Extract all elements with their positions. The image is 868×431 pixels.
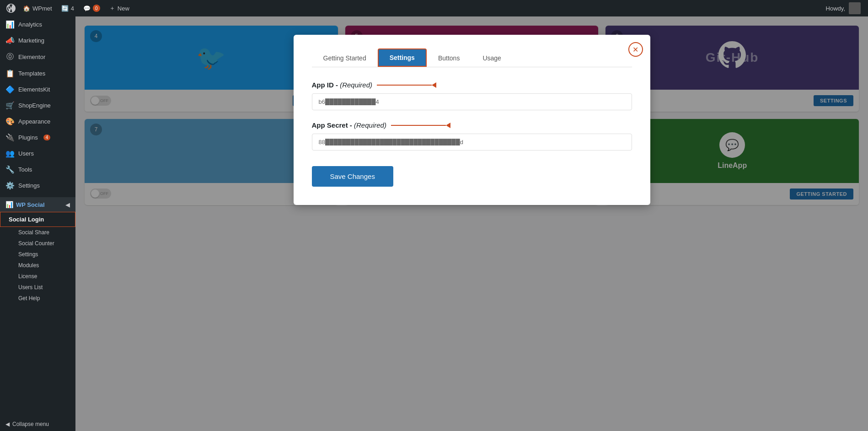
arrow-head-2 xyxy=(446,123,450,128)
plus-icon: ＋ xyxy=(109,4,115,12)
tab-getting-started[interactable]: Getting Started xyxy=(312,48,378,67)
sidebar-sub-social-share[interactable]: Social Share xyxy=(0,227,75,238)
sidebar-item-settings[interactable]: ⚙️ Settings xyxy=(0,178,75,194)
sidebar-item-analytics[interactable]: 📊 Analytics xyxy=(0,16,75,32)
modal-tabs: Getting Started Settings Buttons Usage xyxy=(312,48,632,67)
sidebar-item-templates[interactable]: 📋 Templates xyxy=(0,65,75,81)
appearance-icon: 🎨 xyxy=(5,117,15,126)
elementskit-icon: 🔷 xyxy=(5,85,15,94)
app-secret-arrow xyxy=(391,123,450,128)
modal-overlay: ✕ Getting Started Settings Buttons Usage… xyxy=(75,16,868,431)
tab-usage[interactable]: Usage xyxy=(471,48,512,67)
updates-icon: 🔄 xyxy=(61,5,69,12)
modal-close-button[interactable]: ✕ xyxy=(628,42,643,57)
app-secret-input[interactable] xyxy=(312,134,632,151)
wp-social-icon: 📊 xyxy=(5,201,13,208)
app-id-field-group: App ID - (Required) xyxy=(312,81,632,110)
templates-icon: 📋 xyxy=(5,69,15,78)
settings-modal: ✕ Getting Started Settings Buttons Usage… xyxy=(294,35,650,205)
arrow-head xyxy=(432,82,436,88)
sidebar: 📊 Analytics 📣 Marketing ⓪ Elementor 📋 Te… xyxy=(0,16,75,431)
collapse-icon: ◀ xyxy=(5,421,10,427)
main-content: 4 🐦 SETTINGS 5 🏀 xyxy=(75,16,868,431)
sidebar-sub-get-help[interactable]: Get Help xyxy=(0,293,75,304)
app-id-label: App ID - (Required) xyxy=(312,81,632,89)
sidebar-item-users[interactable]: 👥 Users xyxy=(0,145,75,162)
admin-bar-right: Howdy, xyxy=(826,2,864,14)
comments-item[interactable]: 💬 0 xyxy=(79,0,105,16)
arrow-line xyxy=(377,85,432,86)
sidebar-sub-users-list[interactable]: Users List xyxy=(0,282,75,293)
tools-icon: 🔧 xyxy=(5,165,15,174)
admin-bar: 🏠 WPmet 🔄 4 💬 0 ＋ New Howdy, xyxy=(0,0,868,16)
collapse-menu-button[interactable]: ◀ Collapse menu xyxy=(0,417,75,431)
avatar[interactable] xyxy=(849,2,861,14)
sidebar-sub-social-counter[interactable]: Social Counter xyxy=(0,238,75,249)
layout: 📊 Analytics 📣 Marketing ⓪ Elementor 📋 Te… xyxy=(0,16,868,431)
sidebar-sub-license[interactable]: License xyxy=(0,271,75,282)
new-item[interactable]: ＋ New xyxy=(105,0,134,16)
app-secret-field-group: App Secret - (Required) xyxy=(312,121,632,151)
sidebar-item-tools[interactable]: 🔧 Tools xyxy=(0,162,75,178)
shopengine-icon: 🛒 xyxy=(5,101,15,110)
sidebar-sub-modules[interactable]: Modules xyxy=(0,260,75,271)
chevron-left-icon: ◀ xyxy=(65,201,70,208)
sidebar-item-marketing[interactable]: 📣 Marketing xyxy=(0,32,75,48)
sidebar-item-social-login[interactable]: Social Login xyxy=(0,212,75,227)
app-id-input[interactable] xyxy=(312,93,632,110)
settings-icon: ⚙️ xyxy=(5,181,15,190)
plugins-icon: 🔌 xyxy=(5,133,15,142)
sidebar-item-wp-social[interactable]: 📊 WP Social ◀ xyxy=(0,197,75,212)
comments-icon: 💬 xyxy=(83,5,91,12)
app-secret-label: App Secret - (Required) xyxy=(312,121,632,129)
updates-item[interactable]: 🔄 4 xyxy=(57,0,79,16)
sidebar-item-appearance[interactable]: 🎨 Appearance xyxy=(0,113,75,129)
sidebar-item-shopengine[interactable]: 🛒 ShopEngine xyxy=(0,97,75,113)
save-changes-button[interactable]: Save Changes xyxy=(312,166,393,187)
analytics-icon: 📊 xyxy=(5,20,15,29)
site-name[interactable]: 🏠 WPmet xyxy=(18,0,57,16)
marketing-icon: 📣 xyxy=(5,36,15,45)
sidebar-item-elementskit[interactable]: 🔷 ElementsKit xyxy=(0,81,75,97)
home-icon: 🏠 xyxy=(23,5,30,12)
users-icon: 👥 xyxy=(5,149,15,158)
sidebar-sub-settings[interactable]: Settings xyxy=(0,249,75,260)
tab-buttons[interactable]: Buttons xyxy=(427,48,471,67)
sidebar-item-plugins[interactable]: 🔌 Plugins 4 xyxy=(0,129,75,145)
app-id-arrow xyxy=(377,82,436,88)
arrow-line-2 xyxy=(391,125,446,126)
elementor-icon: ⓪ xyxy=(5,52,15,62)
sidebar-item-elementor[interactable]: ⓪ Elementor xyxy=(0,48,75,65)
wp-logo[interactable] xyxy=(4,0,18,16)
tab-settings[interactable]: Settings xyxy=(378,48,427,67)
